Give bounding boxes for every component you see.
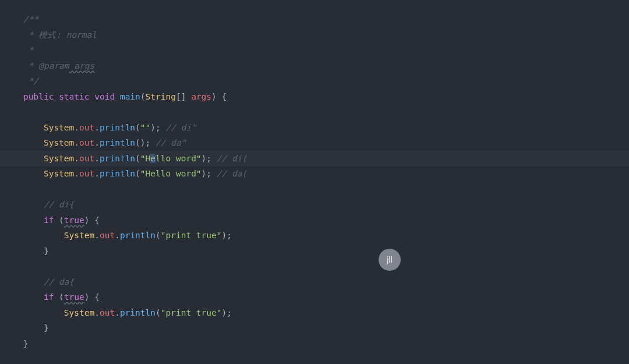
javadoc-star: * xyxy=(23,61,38,70)
avatar-initials: jll xyxy=(387,252,393,268)
keyword-if: if xyxy=(44,215,54,225)
code-line[interactable] xyxy=(0,259,629,274)
line-comment: // di( xyxy=(217,154,247,163)
keyword-static: static xyxy=(59,92,89,101)
javadoc-param-name: args xyxy=(69,61,95,70)
code-line[interactable]: if (true) { xyxy=(0,289,629,305)
method-println: println xyxy=(120,231,156,240)
brace-close: } xyxy=(23,339,29,348)
line-comment: // di" xyxy=(166,123,196,132)
javadoc-text: 模式: normal xyxy=(38,30,97,40)
code-line[interactable]: * @param args xyxy=(0,58,629,74)
javadoc-close: */ xyxy=(23,76,38,86)
code-line[interactable]: // da{ xyxy=(0,274,629,290)
class-system: System xyxy=(64,231,94,240)
method-main: main xyxy=(120,92,140,101)
method-println: println xyxy=(100,154,135,163)
code-line[interactable]: System.out.println("print true"); xyxy=(0,305,629,321)
class-system: System xyxy=(44,123,74,132)
javadoc-star: * xyxy=(23,45,33,55)
method-println: println xyxy=(100,138,135,147)
method-println: println xyxy=(100,169,135,178)
method-println: println xyxy=(120,308,156,317)
code-line[interactable]: System.out.println("print true"); xyxy=(0,228,629,243)
code-line[interactable]: */ xyxy=(0,73,629,89)
javadoc-open: /** xyxy=(23,15,38,24)
keyword-if: if xyxy=(44,292,54,302)
code-line[interactable] xyxy=(0,182,629,197)
class-system: System xyxy=(64,308,94,317)
field-out: out xyxy=(79,169,94,178)
code-line[interactable]: // di{ xyxy=(0,197,629,213)
code-line[interactable]: * 模式: normal xyxy=(0,27,629,43)
user-avatar-badge: jll xyxy=(379,249,401,271)
class-system: System xyxy=(44,169,74,178)
code-line[interactable]: * xyxy=(0,43,629,58)
cursor-selection: e xyxy=(150,154,156,163)
string-literal: "" xyxy=(140,123,150,132)
field-out: out xyxy=(100,231,115,240)
keyword-true: true xyxy=(64,292,84,302)
code-line[interactable]: } xyxy=(0,320,629,336)
keyword-true: true xyxy=(64,215,84,225)
code-line[interactable]: public static void main(String[] args) { xyxy=(0,89,629,105)
param-args: args xyxy=(191,92,211,101)
field-out: out xyxy=(79,138,94,147)
javadoc-param-tag: @param xyxy=(38,61,69,70)
line-comment: // da{ xyxy=(44,277,74,287)
code-line[interactable]: System.out.println(); // da" xyxy=(0,135,629,151)
class-system: System xyxy=(44,138,74,147)
field-out: out xyxy=(79,154,94,163)
code-line[interactable]: /** xyxy=(0,12,629,27)
code-line[interactable]: } xyxy=(0,336,629,352)
code-line[interactable]: System.out.println(""); // di" xyxy=(0,120,629,136)
code-line[interactable] xyxy=(0,104,629,120)
code-line[interactable]: if (true) { xyxy=(0,213,629,228)
string-literal: llo word" xyxy=(156,154,202,163)
keyword-public: public xyxy=(23,92,54,101)
javadoc-star: * xyxy=(23,30,38,40)
line-comment: // da" xyxy=(156,138,186,147)
line-comment: // da( xyxy=(217,169,247,178)
line-comment: // di{ xyxy=(44,200,74,209)
method-println: println xyxy=(100,123,135,132)
string-literal: "print true" xyxy=(161,231,222,240)
field-out: out xyxy=(100,308,115,317)
string-literal: "H xyxy=(140,154,150,163)
keyword-void: void xyxy=(94,92,115,101)
code-line[interactable]: } xyxy=(0,243,629,259)
type-string: String xyxy=(146,92,176,101)
code-line[interactable]: System.out.println("Hello word"); // da( xyxy=(0,166,629,182)
code-line-active[interactable]: System.out.println("Hello word"); // di( xyxy=(0,151,629,167)
brace-close: } xyxy=(44,323,49,333)
brace-close: } xyxy=(44,246,49,256)
code-editor[interactable]: /** * 模式: normal * * @param args */ publ… xyxy=(0,12,629,351)
string-literal: "print true" xyxy=(161,308,222,317)
string-literal: "Hello word" xyxy=(140,169,202,178)
field-out: out xyxy=(79,123,94,132)
class-system: System xyxy=(44,154,74,163)
